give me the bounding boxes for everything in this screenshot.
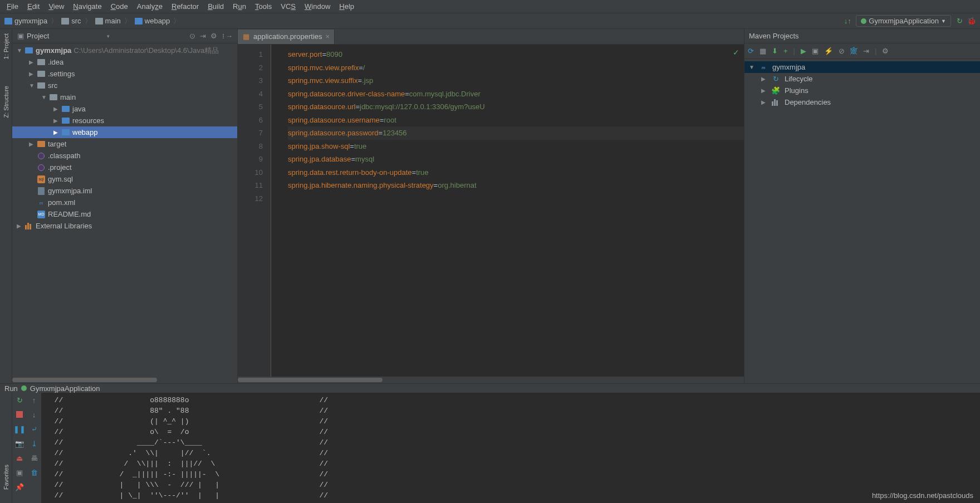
breadcrumb-webapp[interactable]: webapp: [135, 17, 170, 25]
tree-project-file[interactable]: .project: [12, 162, 237, 173]
tree-pom[interactable]: mpom.xml: [12, 197, 237, 208]
toggle-offline-icon[interactable]: ⚡: [824, 47, 833, 55]
expand-icon[interactable]: ▶: [29, 141, 37, 147]
gutter-structure[interactable]: Z: Structure: [3, 84, 9, 120]
run-config-selector[interactable]: GymxmjpaApplication ▼: [856, 15, 951, 27]
exit-icon[interactable]: ⏏: [14, 453, 24, 463]
expand-icon[interactable]: ▼: [17, 47, 24, 53]
bug-icon[interactable]: 🐞: [968, 17, 976, 25]
download-icon[interactable]: ⬇: [772, 47, 778, 55]
breadcrumb-main[interactable]: main: [95, 17, 121, 25]
expand-icon[interactable]: ▶: [29, 71, 37, 77]
up-icon[interactable]: ↑: [29, 395, 39, 405]
vcs-update-icon[interactable]: ↓↑: [844, 17, 851, 25]
generate-sources-icon[interactable]: ▦: [759, 47, 766, 55]
menu-build[interactable]: Build: [203, 1, 228, 12]
expand-icon[interactable]: ▶: [17, 223, 24, 229]
tree-idea[interactable]: ▶.idea: [12, 56, 237, 68]
project-hscroll[interactable]: [12, 377, 237, 383]
expand-icon[interactable]: ▶: [761, 87, 769, 94]
layout-icon[interactable]: ▣: [14, 467, 24, 477]
gutter-project[interactable]: 1: Project: [3, 31, 9, 61]
project-tree[interactable]: ▼ gymxmjpa C:\Users\Administrator\Deskto…: [12, 43, 237, 377]
tree-external-libs[interactable]: ▶External Libraries: [12, 220, 237, 232]
menu-edit[interactable]: Edit: [23, 1, 44, 12]
down-icon[interactable]: ↓: [29, 409, 39, 419]
reimport-icon[interactable]: ⟳: [748, 47, 754, 55]
soft-wrap-icon[interactable]: ⤶: [29, 424, 39, 434]
menu-vcs[interactable]: VCS: [276, 1, 300, 12]
expand-icon[interactable]: ▼: [749, 64, 757, 70]
execute-goal-icon[interactable]: ▣: [812, 47, 819, 55]
maven-root[interactable]: ▼ m gymxmjpa: [744, 61, 980, 73]
menu-code[interactable]: Code: [106, 1, 133, 12]
tree-settings[interactable]: ▶.settings: [12, 68, 237, 80]
tree-label: pom.xml: [48, 198, 75, 207]
tree-root[interactable]: ▼ gymxmjpa C:\Users\Administrator\Deskto…: [12, 45, 237, 56]
breadcrumb-root[interactable]: gymxmjpa: [4, 17, 47, 25]
menu-refactor[interactable]: Refactor: [167, 1, 203, 12]
gear-icon[interactable]: ⚙: [210, 32, 217, 40]
settings-icon[interactable]: ⚙: [882, 47, 889, 55]
scroll-end-icon[interactable]: ⤓: [29, 438, 39, 448]
relaunch-icon[interactable]: ↻: [955, 17, 963, 25]
breadcrumb-src[interactable]: src: [61, 17, 81, 25]
tree-gymsql[interactable]: sqlgym.sql: [12, 173, 237, 185]
skip-tests-icon[interactable]: ⊘: [839, 47, 845, 55]
maven-lifecycle[interactable]: ▶↻Lifecycle: [744, 73, 980, 85]
maven-dependencies[interactable]: ▶Dependencies: [744, 96, 980, 108]
expand-icon[interactable]: ▶: [53, 106, 61, 112]
target-icon[interactable]: ⊙: [189, 32, 195, 40]
maven-tree[interactable]: ▼ m gymxmjpa ▶↻Lifecycle ▶🧩Plugins ▶Depe…: [744, 59, 980, 110]
project-view-icon[interactable]: ▣: [17, 32, 24, 40]
stop-button[interactable]: [14, 409, 24, 419]
rerun-icon[interactable]: ↻: [14, 395, 24, 405]
chevron-down-icon[interactable]: ▾: [107, 33, 110, 39]
console-output[interactable]: // o8888888o // // 88" . "88 // // (| ^_…: [41, 393, 980, 503]
tree-webapp[interactable]: ▶webapp: [12, 126, 237, 138]
menu-view[interactable]: View: [44, 1, 68, 12]
run-icon[interactable]: ▶: [801, 47, 806, 55]
expand-icon[interactable]: ▼: [29, 82, 37, 89]
close-icon[interactable]: ×: [326, 32, 330, 41]
tree-java[interactable]: ▶java: [12, 103, 237, 115]
menu-help[interactable]: Help: [335, 1, 359, 12]
expand-icon[interactable]: ▶: [29, 59, 37, 65]
expand-icon[interactable]: ▶: [761, 76, 769, 82]
editor-content[interactable]: 123456789101112 server.port=8090spring.m…: [238, 45, 744, 377]
collapse-icon[interactable]: ⇥: [200, 32, 206, 40]
show-deps-icon[interactable]: 🕸: [850, 47, 857, 55]
editor-tab-application-properties[interactable]: ▦ application.properties ×: [238, 30, 335, 44]
code-area[interactable]: server.port=8090spring.mvc.view.prefix=/…: [271, 45, 744, 377]
tree-classpath[interactable]: .classpath: [12, 150, 237, 162]
menu-analyze[interactable]: Analyze: [133, 1, 167, 12]
expand-icon[interactable]: ▶: [53, 118, 61, 124]
add-icon[interactable]: +: [783, 47, 788, 55]
menu-run[interactable]: Run: [228, 1, 251, 12]
tree-src[interactable]: ▼src: [12, 80, 237, 91]
inspection-ok-icon[interactable]: ✓: [733, 48, 739, 57]
expand-icon[interactable]: ▶: [761, 99, 769, 105]
pin-icon[interactable]: 📌: [14, 482, 24, 492]
tree-target[interactable]: ▶target: [12, 138, 237, 150]
menu-navigate[interactable]: Navigate: [68, 1, 106, 12]
menu-file[interactable]: File: [2, 1, 23, 12]
gutter-favorites[interactable]: Favorites: [3, 462, 9, 492]
tree-iml[interactable]: gymxmjpa.iml: [12, 185, 237, 197]
editor-hscroll[interactable]: [238, 377, 744, 383]
clear-icon[interactable]: 🗑: [29, 467, 39, 477]
menu-window[interactable]: Window: [300, 1, 335, 12]
dump-threads-icon[interactable]: 📷: [14, 438, 24, 448]
tree-main[interactable]: ▼main: [12, 91, 237, 103]
tree-label: gym.sql: [48, 175, 73, 183]
maven-plugins[interactable]: ▶🧩Plugins: [744, 85, 980, 96]
expand-icon[interactable]: ▼: [41, 94, 49, 100]
tree-resources[interactable]: ▶resources: [12, 115, 237, 126]
menu-tools[interactable]: Tools: [251, 1, 276, 12]
print-icon[interactable]: 🖶: [29, 453, 39, 463]
hide-icon[interactable]: ⫶→: [222, 32, 233, 40]
collapse-all-icon[interactable]: ⇥: [863, 47, 869, 55]
pause-icon[interactable]: ❚❚: [14, 424, 24, 434]
expand-icon[interactable]: ▶: [53, 129, 61, 135]
tree-readme[interactable]: MDREADME.md: [12, 208, 237, 220]
